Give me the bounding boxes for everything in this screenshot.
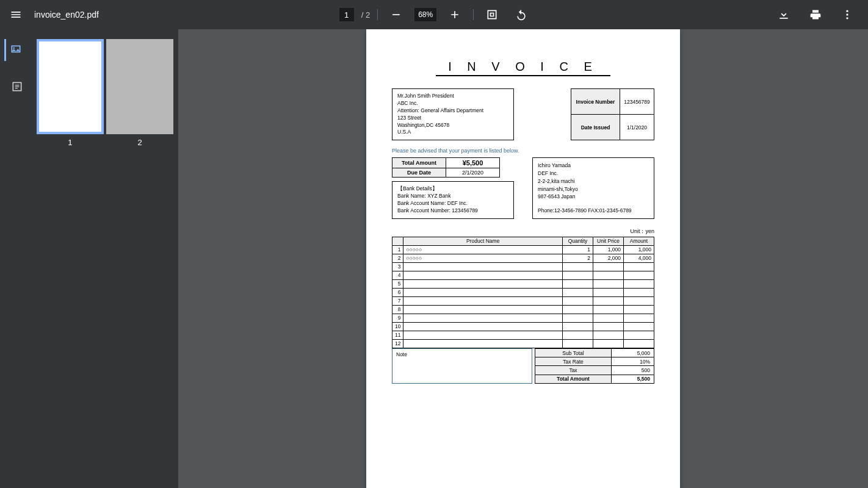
- sidebar-rail: [0, 29, 32, 488]
- page-total: / 2: [361, 10, 370, 20]
- table-row: 10: [392, 322, 654, 331]
- svg-point-1: [846, 13, 848, 15]
- svg-point-4: [13, 47, 15, 49]
- col-price: Unit Price: [593, 237, 624, 245]
- more-icon[interactable]: [836, 4, 858, 26]
- table-row: 12: [392, 339, 654, 348]
- thumbnail-label: 1: [37, 138, 104, 147]
- note-box: Note: [392, 348, 532, 384]
- col-amount: Amount: [624, 237, 654, 245]
- table-row: 8: [392, 305, 654, 314]
- page-viewer[interactable]: I N V O I C E Mr.John Smith President AB…: [178, 29, 868, 488]
- table-row: 7: [392, 296, 654, 305]
- svg-point-2: [846, 17, 848, 19]
- thumbnail-page-1[interactable]: 1: [37, 39, 104, 147]
- table-row: 11: [392, 331, 654, 339]
- notice-text: Please be advised that your payment is l…: [392, 148, 654, 154]
- thumbnail-label: 2: [106, 138, 173, 147]
- pdf-page: I N V O I C E Mr.John Smith President AB…: [366, 29, 680, 488]
- zoom-in-icon[interactable]: [444, 4, 466, 26]
- print-icon[interactable]: [805, 4, 826, 26]
- rotate-icon[interactable]: [510, 4, 532, 26]
- filename: invoice_en02.pdf: [34, 10, 99, 20]
- table-row: 1○○○○○11,0001,000: [392, 245, 654, 254]
- thumbnail-panel: 1 2: [32, 29, 178, 488]
- col-product: Product Name: [403, 237, 563, 245]
- invoice-title: I N V O I C E: [436, 60, 610, 76]
- zoom-level: 68%: [414, 8, 436, 21]
- bank-details-box: 【Bank Details】 Bank Name: XYZ Bank Bank …: [392, 181, 514, 219]
- outline-tab-icon[interactable]: [5, 76, 27, 98]
- zoom-out-icon[interactable]: [385, 4, 407, 26]
- totals-table: Sub Total5,000 Tax Rate10% Tax500 Total …: [535, 348, 654, 384]
- pdf-toolbar: invoice_en02.pdf / 2 68%: [0, 0, 868, 29]
- col-qty: Quantity: [563, 237, 593, 245]
- menu-icon[interactable]: [5, 4, 27, 26]
- table-row: 4: [392, 271, 654, 279]
- bill-to-box: Mr.John Smith President ABC Inc. Attenti…: [392, 88, 514, 140]
- table-row: 9: [392, 314, 654, 322]
- page-number-input[interactable]: [339, 8, 354, 21]
- table-row: 2○○○○○22,0004,000: [392, 254, 654, 262]
- thumbnails-tab-icon[interactable]: [4, 39, 26, 61]
- summary-table: Total Amount¥5,500 Due Date2/1/2020: [392, 157, 500, 178]
- svg-point-0: [846, 10, 848, 12]
- invoice-meta-table: Invoice Number123456789 Date Issued1/1/2…: [571, 88, 654, 140]
- thumbnail-image: [106, 39, 173, 134]
- vendor-box: Ichiro Yamada DEF Inc. 2-2-2,kita machi …: [532, 157, 654, 219]
- fit-page-icon[interactable]: [481, 4, 503, 26]
- table-row: 5: [392, 279, 654, 288]
- table-row: 3: [392, 262, 654, 271]
- separator: [377, 9, 378, 20]
- download-icon[interactable]: [773, 4, 795, 26]
- unit-label: Unit：yen: [392, 228, 654, 235]
- thumbnail-page-2[interactable]: 2: [106, 39, 173, 147]
- svg-rect-3: [12, 46, 20, 52]
- separator: [473, 9, 474, 20]
- thumbnail-image: [37, 39, 104, 134]
- items-table: Product Name Quantity Unit Price Amount …: [392, 237, 654, 348]
- table-row: 6: [392, 288, 654, 296]
- content-area: 1 2 I N V O I C E Mr.John Smith Presiden…: [0, 29, 868, 488]
